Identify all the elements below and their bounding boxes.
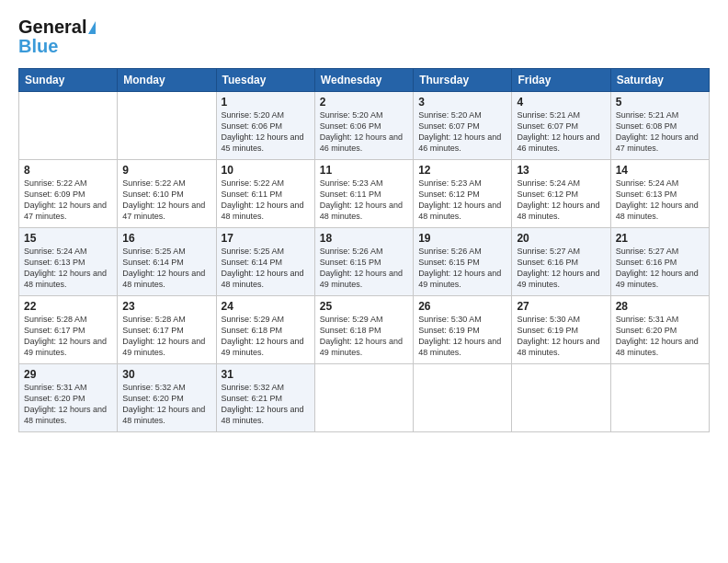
day-info: Sunrise: 5:24 AMSunset: 6:12 PMDaylight:… <box>517 178 599 221</box>
calendar-week-row: 29 Sunrise: 5:31 AMSunset: 6:20 PMDaylig… <box>19 364 710 432</box>
calendar-day-cell: 23 Sunrise: 5:28 AMSunset: 6:17 PMDaylig… <box>118 296 216 364</box>
calendar-day-cell: 11 Sunrise: 5:23 AMSunset: 6:11 PMDaylig… <box>314 160 413 228</box>
calendar-day-cell <box>118 92 216 160</box>
day-info: Sunrise: 5:24 AMSunset: 6:13 PMDaylight:… <box>24 247 107 289</box>
calendar-day-cell: 4 Sunrise: 5:21 AMSunset: 6:07 PMDayligh… <box>512 92 610 160</box>
calendar-day-cell: 26 Sunrise: 5:30 AMSunset: 6:19 PMDaylig… <box>414 296 512 364</box>
day-number: 13 <box>517 164 605 177</box>
day-info: Sunrise: 5:21 AMSunset: 6:08 PMDaylight:… <box>616 110 699 153</box>
calendar-day-cell: 22 Sunrise: 5:28 AMSunset: 6:17 PMDaylig… <box>19 296 118 364</box>
calendar-day-cell: 29 Sunrise: 5:31 AMSunset: 6:20 PMDaylig… <box>19 364 118 432</box>
calendar-day-cell: 12 Sunrise: 5:23 AMSunset: 6:12 PMDaylig… <box>414 160 512 228</box>
calendar-day-cell: 8 Sunrise: 5:22 AMSunset: 6:09 PMDayligh… <box>19 160 118 228</box>
day-info: Sunrise: 5:25 AMSunset: 6:14 PMDaylight:… <box>222 247 304 289</box>
calendar-day-cell: 27 Sunrise: 5:30 AMSunset: 6:19 PMDaylig… <box>512 296 610 364</box>
day-info: Sunrise: 5:25 AMSunset: 6:14 PMDaylight:… <box>122 247 205 289</box>
day-info: Sunrise: 5:31 AMSunset: 6:20 PMDaylight:… <box>24 383 107 425</box>
day-number: 11 <box>320 164 408 177</box>
logo-general: General <box>18 17 86 38</box>
day-number: 25 <box>320 300 408 313</box>
day-info: Sunrise: 5:22 AMSunset: 6:09 PMDaylight:… <box>24 178 107 221</box>
calendar-day-cell: 14 Sunrise: 5:24 AMSunset: 6:13 PMDaylig… <box>610 160 709 228</box>
weekday-header-cell: Tuesday <box>216 69 314 92</box>
calendar-week-row: 22 Sunrise: 5:28 AMSunset: 6:17 PMDaylig… <box>19 296 710 364</box>
day-number: 20 <box>517 232 605 245</box>
day-info: Sunrise: 5:20 AMSunset: 6:07 PMDaylight:… <box>418 110 501 153</box>
day-number: 31 <box>222 368 310 381</box>
day-number: 17 <box>222 232 310 245</box>
calendar-day-cell <box>314 364 413 432</box>
logo: General Blue <box>18 17 96 57</box>
weekday-header-cell: Friday <box>512 69 610 92</box>
calendar-day-cell: 16 Sunrise: 5:25 AMSunset: 6:14 PMDaylig… <box>118 228 216 296</box>
calendar-week-row: 8 Sunrise: 5:22 AMSunset: 6:09 PMDayligh… <box>19 160 710 228</box>
calendar-day-cell: 9 Sunrise: 5:22 AMSunset: 6:10 PMDayligh… <box>118 160 216 228</box>
calendar-day-cell: 31 Sunrise: 5:32 AMSunset: 6:21 PMDaylig… <box>216 364 314 432</box>
calendar-week-row: 15 Sunrise: 5:24 AMSunset: 6:13 PMDaylig… <box>19 228 710 296</box>
day-number: 29 <box>24 368 112 381</box>
day-number: 1 <box>222 96 310 109</box>
day-number: 27 <box>517 300 605 313</box>
day-number: 12 <box>418 164 506 177</box>
day-number: 23 <box>122 300 210 313</box>
day-info: Sunrise: 5:29 AMSunset: 6:18 PMDaylight:… <box>222 315 304 357</box>
day-info: Sunrise: 5:20 AMSunset: 6:06 PMDaylight:… <box>320 110 403 153</box>
calendar-day-cell: 15 Sunrise: 5:24 AMSunset: 6:13 PMDaylig… <box>19 228 118 296</box>
day-number: 19 <box>418 232 506 245</box>
day-info: Sunrise: 5:32 AMSunset: 6:20 PMDaylight:… <box>122 383 205 425</box>
weekday-header-cell: Wednesday <box>314 69 413 92</box>
calendar-day-cell: 2 Sunrise: 5:20 AMSunset: 6:06 PMDayligh… <box>314 92 413 160</box>
day-info: Sunrise: 5:20 AMSunset: 6:06 PMDaylight:… <box>222 110 304 153</box>
calendar-day-cell: 10 Sunrise: 5:22 AMSunset: 6:11 PMDaylig… <box>216 160 314 228</box>
day-info: Sunrise: 5:32 AMSunset: 6:21 PMDaylight:… <box>222 383 304 425</box>
day-info: Sunrise: 5:30 AMSunset: 6:19 PMDaylight:… <box>517 315 599 357</box>
day-number: 30 <box>122 368 210 381</box>
calendar-day-cell <box>414 364 512 432</box>
calendar-day-cell: 13 Sunrise: 5:24 AMSunset: 6:12 PMDaylig… <box>512 160 610 228</box>
day-number: 5 <box>616 96 704 109</box>
day-number: 22 <box>24 300 112 313</box>
day-number: 4 <box>517 96 605 109</box>
weekday-header-cell: Thursday <box>414 69 512 92</box>
day-info: Sunrise: 5:27 AMSunset: 6:16 PMDaylight:… <box>616 247 699 289</box>
day-number: 28 <box>616 300 704 313</box>
calendar-day-cell <box>19 92 118 160</box>
calendar-day-cell: 21 Sunrise: 5:27 AMSunset: 6:16 PMDaylig… <box>610 228 709 296</box>
calendar-day-cell: 1 Sunrise: 5:20 AMSunset: 6:06 PMDayligh… <box>216 92 314 160</box>
calendar-day-cell: 17 Sunrise: 5:25 AMSunset: 6:14 PMDaylig… <box>216 228 314 296</box>
calendar-table: SundayMondayTuesdayWednesdayThursdayFrid… <box>18 68 710 432</box>
day-info: Sunrise: 5:22 AMSunset: 6:11 PMDaylight:… <box>222 178 304 221</box>
weekday-header-cell: Monday <box>118 69 216 92</box>
day-number: 14 <box>616 164 704 177</box>
calendar-week-row: 1 Sunrise: 5:20 AMSunset: 6:06 PMDayligh… <box>19 92 710 160</box>
day-number: 24 <box>222 300 310 313</box>
day-info: Sunrise: 5:23 AMSunset: 6:11 PMDaylight:… <box>320 178 403 221</box>
calendar-day-cell: 30 Sunrise: 5:32 AMSunset: 6:20 PMDaylig… <box>118 364 216 432</box>
calendar-day-cell: 20 Sunrise: 5:27 AMSunset: 6:16 PMDaylig… <box>512 228 610 296</box>
day-info: Sunrise: 5:28 AMSunset: 6:17 PMDaylight:… <box>122 315 205 357</box>
day-info: Sunrise: 5:28 AMSunset: 6:17 PMDaylight:… <box>24 315 107 357</box>
day-number: 16 <box>122 232 210 245</box>
day-number: 21 <box>616 232 704 245</box>
day-number: 15 <box>24 232 112 245</box>
calendar-day-cell: 28 Sunrise: 5:31 AMSunset: 6:20 PMDaylig… <box>610 296 709 364</box>
day-number: 3 <box>418 96 506 109</box>
day-info: Sunrise: 5:27 AMSunset: 6:16 PMDaylight:… <box>517 247 599 289</box>
weekday-header-cell: Sunday <box>19 69 118 92</box>
day-info: Sunrise: 5:26 AMSunset: 6:15 PMDaylight:… <box>418 247 501 289</box>
calendar-day-cell: 5 Sunrise: 5:21 AMSunset: 6:08 PMDayligh… <box>610 92 709 160</box>
day-number: 2 <box>320 96 408 109</box>
calendar-day-cell: 18 Sunrise: 5:26 AMSunset: 6:15 PMDaylig… <box>314 228 413 296</box>
day-info: Sunrise: 5:24 AMSunset: 6:13 PMDaylight:… <box>616 178 699 221</box>
calendar-body: 1 Sunrise: 5:20 AMSunset: 6:06 PMDayligh… <box>19 92 710 432</box>
day-number: 26 <box>418 300 506 313</box>
day-info: Sunrise: 5:26 AMSunset: 6:15 PMDaylight:… <box>320 247 403 289</box>
calendar-day-cell <box>512 364 610 432</box>
page: General Blue SundayMondayTuesdayWednesda… <box>0 0 728 443</box>
calendar-day-cell: 24 Sunrise: 5:29 AMSunset: 6:18 PMDaylig… <box>216 296 314 364</box>
day-number: 8 <box>24 164 112 177</box>
day-info: Sunrise: 5:31 AMSunset: 6:20 PMDaylight:… <box>616 315 699 357</box>
day-info: Sunrise: 5:22 AMSunset: 6:10 PMDaylight:… <box>122 178 205 221</box>
day-info: Sunrise: 5:21 AMSunset: 6:07 PMDaylight:… <box>517 110 599 153</box>
logo-blue: Blue <box>18 36 58 57</box>
